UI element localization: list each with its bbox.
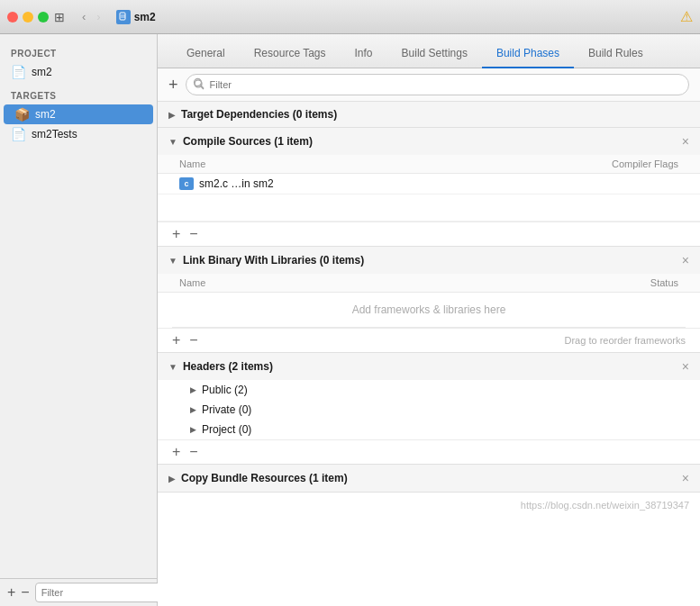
targets-section-label: TARGETS (0, 82, 157, 104)
close-phase-button[interactable]: × (682, 471, 689, 485)
project-item-label: sm2 (32, 66, 52, 78)
table-row[interactable]: c sm2.c …in sm2 (158, 174, 700, 194)
headers-public-item[interactable]: ▶ Public (2) (158, 380, 700, 400)
phase-link-binary-body: Name Status Add frameworks & libraries h… (158, 274, 700, 352)
phases-filter-input[interactable] (186, 74, 689, 95)
window-controls (7, 12, 49, 23)
tab-build-settings[interactable]: Build Settings (387, 41, 482, 68)
sidebar: PROJECT 📄 sm2 TARGETS 📦 sm2 📄 sm2Tests +… (0, 34, 158, 606)
back-button[interactable]: ‹ (77, 8, 90, 25)
phase-title: Headers (2 items) (183, 360, 682, 373)
grid-icon[interactable]: ⊞ (54, 10, 65, 24)
sub-label: Public (2) (202, 384, 248, 396)
sub-expand-icon: ▶ (190, 425, 196, 434)
drag-hint-label: Drag to reorder frameworks (565, 335, 686, 346)
titlebar-right: ⚠ (680, 8, 693, 25)
headers-project-item[interactable]: ▶ Project (0) (158, 420, 700, 439)
expand-icon: ▶ (168, 474, 176, 484)
filter-wrapper (186, 74, 689, 95)
tab-general[interactable]: General (172, 41, 240, 68)
phase-link-actions: + − Drag to reorder frameworks (158, 328, 700, 352)
close-phase-button[interactable]: × (682, 134, 689, 149)
watermark: https://blog.csdn.net/weixin_38719347 (158, 493, 700, 518)
phase-headers-header[interactable]: ▼ Headers (2 items) × (158, 353, 700, 380)
add-phase-button[interactable]: + (168, 77, 178, 93)
compile-add-button[interactable]: + (172, 227, 180, 241)
headers-private-item[interactable]: ▶ Private (0) (158, 400, 700, 420)
phase-target-dependencies-header[interactable]: ▶ Target Dependencies (0 items) (158, 102, 700, 127)
phase-headers-body: ▶ Public (2) ▶ Private (0) ▶ Project (0)… (158, 380, 700, 464)
sidebar-remove-button[interactable]: − (21, 585, 29, 600)
project-section-label: PROJECT (0, 40, 157, 62)
file-icon (116, 10, 131, 24)
sidebar-item-sm2[interactable]: 📦 sm2 (4, 104, 153, 124)
close-phase-button[interactable]: × (682, 359, 689, 374)
empty-frameworks-row: Add frameworks & libraries here (158, 293, 700, 327)
phase-title: Target Dependencies (0 items) (181, 108, 689, 121)
breadcrumb: sm2 (116, 10, 156, 24)
expand-icon: ▼ (168, 137, 177, 147)
phases-toolbar: + (158, 68, 700, 102)
phase-compile-actions: + − (158, 222, 700, 246)
phase-copy-bundle: ▶ Copy Bundle Resources (1 item) × (158, 465, 700, 493)
phase-compile-sources-body: Name Compiler Flags c sm2.c …in sm2 + − (158, 155, 700, 246)
headers-add-button[interactable]: + (172, 445, 180, 459)
phase-headers-actions: + − (158, 439, 700, 464)
sm2tests-icon: 📄 (11, 127, 26, 141)
svg-rect-0 (120, 13, 125, 20)
sidebar-footer: + − (0, 578, 157, 606)
sidebar-item-sm2tests[interactable]: 📄 sm2Tests (0, 124, 157, 144)
phases-content: + ▶ Target Dependencies (0 items) ▼ (158, 68, 700, 606)
link-add-button[interactable]: + (172, 333, 180, 348)
sm2-icon: 📦 (14, 107, 30, 122)
col-name-label: Name (179, 158, 612, 169)
forward-button[interactable]: › (92, 8, 105, 25)
titlebar: ⊞ ‹ › sm2 ⚠ (0, 0, 700, 34)
file-name-label: sm2.c …in sm2 (199, 177, 678, 190)
col-flags-label: Compiler Flags (612, 158, 678, 169)
column-headers: Name Compiler Flags (158, 155, 700, 174)
warning-icon: ⚠ (680, 8, 693, 25)
col-name-label: Name (179, 277, 650, 288)
maximize-button[interactable] (38, 12, 49, 23)
sidebar-filter-input[interactable] (35, 583, 172, 602)
tab-build-rules[interactable]: Build Rules (574, 41, 658, 68)
tab-bar: General Resource Tags Info Build Setting… (158, 34, 700, 68)
nav-buttons: ‹ › (77, 8, 105, 25)
col-status-label: Status (650, 277, 678, 288)
file-type-badge: c (179, 177, 194, 190)
tab-build-phases[interactable]: Build Phases (482, 41, 574, 68)
sub-expand-icon: ▶ (190, 405, 196, 414)
phase-target-dependencies: ▶ Target Dependencies (0 items) (158, 102, 700, 128)
sub-label: Project (0) (202, 423, 251, 436)
content-area: General Resource Tags Info Build Setting… (158, 34, 700, 606)
expand-icon: ▼ (168, 362, 177, 372)
tab-resource-tags[interactable]: Resource Tags (240, 41, 341, 68)
phase-title: Compile Sources (1 item) (183, 135, 682, 148)
project-file-icon: 📄 (11, 65, 26, 79)
close-button[interactable] (7, 12, 18, 23)
sidebar-add-button[interactable]: + (7, 585, 15, 600)
phase-compile-sources-header[interactable]: ▼ Compile Sources (1 item) × (158, 128, 700, 155)
headers-remove-button[interactable]: − (189, 445, 197, 459)
expand-icon: ▶ (168, 110, 176, 120)
phase-title: Link Binary With Libraries (0 items) (183, 254, 682, 267)
column-headers: Name Status (158, 274, 700, 293)
phase-link-binary: ▼ Link Binary With Libraries (0 items) ×… (158, 247, 700, 353)
project-title: sm2 (134, 11, 156, 23)
sub-label: Private (0) (202, 403, 251, 416)
phase-headers: ▼ Headers (2 items) × ▶ Public (2) ▶ Pri… (158, 353, 700, 465)
sub-expand-icon: ▶ (190, 385, 196, 394)
minimize-button[interactable] (23, 12, 33, 23)
sidebar-item-project[interactable]: 📄 sm2 (0, 62, 157, 82)
link-remove-button[interactable]: − (189, 333, 197, 348)
phase-copy-bundle-header[interactable]: ▶ Copy Bundle Resources (1 item) × (158, 465, 700, 492)
tab-info[interactable]: Info (341, 41, 387, 68)
empty-row-compile (158, 194, 700, 222)
phase-link-binary-header[interactable]: ▼ Link Binary With Libraries (0 items) × (158, 247, 700, 274)
close-phase-button[interactable]: × (682, 253, 689, 267)
phase-title: Copy Bundle Resources (1 item) (181, 472, 682, 484)
compile-remove-button[interactable]: − (189, 227, 197, 241)
sm2tests-label: sm2Tests (32, 128, 77, 140)
expand-icon: ▼ (168, 256, 177, 266)
